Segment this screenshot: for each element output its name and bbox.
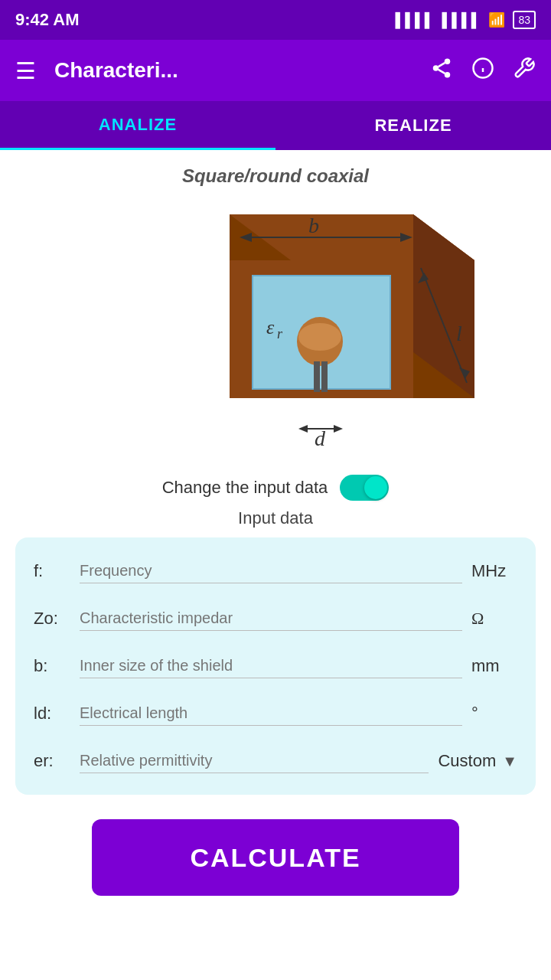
field-row-frequency: f: MHz xyxy=(34,551,517,591)
b-unit: mm xyxy=(471,656,517,676)
main-content: Square/round coaxial ε r b xyxy=(0,150,551,926)
input-fields: f: MHz Zo: Ω b: mm ld: ° er: Custom xyxy=(15,537,536,795)
ld-input[interactable] xyxy=(80,701,462,726)
chevron-down-icon: ▼ xyxy=(502,753,517,770)
diagram-container: ε r b l d xyxy=(77,199,474,459)
svg-marker-26 xyxy=(298,425,308,433)
svg-rect-15 xyxy=(314,361,320,392)
info-icon[interactable] xyxy=(471,57,494,85)
svg-text:d: d xyxy=(315,426,326,450)
svg-text:r: r xyxy=(277,326,283,341)
input-data-label: Input data xyxy=(238,508,313,528)
toggle-label: Change the input data xyxy=(162,478,328,498)
tab-realize[interactable]: REALIZE xyxy=(276,101,551,150)
ld-unit: ° xyxy=(471,704,517,724)
svg-text:b: b xyxy=(308,214,319,237)
share-icon[interactable] xyxy=(430,57,453,85)
top-bar: ☰ Characteri... xyxy=(0,40,551,101)
signal-icon-2: ▌▌▌▌ xyxy=(442,12,481,28)
b-input[interactable] xyxy=(80,654,462,678)
status-icons: ▌▌▌▌ ▌▌▌▌ 📶 83 xyxy=(395,11,536,29)
field-label-er: er: xyxy=(34,751,70,771)
frequency-unit: MHz xyxy=(471,561,517,581)
battery-icon: 83 xyxy=(513,11,536,29)
toggle-row: Change the input data xyxy=(162,475,390,501)
diagram-title: Square/round coaxial xyxy=(182,165,369,187)
svg-line-3 xyxy=(439,69,445,73)
svg-text:l: l xyxy=(456,322,462,345)
wifi-icon: 📶 xyxy=(488,11,505,28)
svg-rect-16 xyxy=(321,361,328,392)
svg-line-4 xyxy=(439,63,445,67)
er-dropdown-value: Custom xyxy=(438,751,496,771)
toggle-switch[interactable] xyxy=(340,475,389,501)
svg-marker-27 xyxy=(334,425,343,433)
svg-text:ε: ε xyxy=(266,316,275,338)
field-label-zo: Zo: xyxy=(34,609,70,629)
svg-point-14 xyxy=(298,323,341,351)
settings-icon[interactable] xyxy=(513,57,536,85)
svg-point-0 xyxy=(445,58,451,64)
field-row-er: er: Custom ▼ xyxy=(34,741,517,781)
calculate-button[interactable]: CALCULATE xyxy=(92,819,459,896)
tab-bar: ANALIZE REALIZE xyxy=(0,101,551,150)
status-time: 9:42 AM xyxy=(15,10,80,30)
er-dropdown[interactable]: Custom ▼ xyxy=(438,751,517,771)
app-title: Characteri... xyxy=(54,58,412,83)
field-row-b: b: mm xyxy=(34,646,517,686)
status-bar: 9:42 AM ▌▌▌▌ ▌▌▌▌ 📶 83 xyxy=(0,0,551,40)
svg-point-1 xyxy=(433,65,439,71)
er-input[interactable] xyxy=(80,749,429,773)
svg-point-2 xyxy=(445,72,451,78)
field-label-f: f: xyxy=(34,561,70,581)
tab-analize[interactable]: ANALIZE xyxy=(0,101,276,150)
menu-icon[interactable]: ☰ xyxy=(15,57,36,84)
signal-icon-1: ▌▌▌▌ xyxy=(395,12,434,28)
field-row-zo: Zo: Ω xyxy=(34,599,517,639)
frequency-input[interactable] xyxy=(80,559,462,583)
field-row-ld: ld: ° xyxy=(34,694,517,733)
toggle-knob xyxy=(364,476,387,499)
field-label-ld: ld: xyxy=(34,704,70,724)
coaxial-diagram: ε r b l d xyxy=(77,199,474,459)
zo-unit: Ω xyxy=(471,609,517,629)
zo-input[interactable] xyxy=(80,606,462,631)
field-label-b: b: xyxy=(34,656,70,676)
